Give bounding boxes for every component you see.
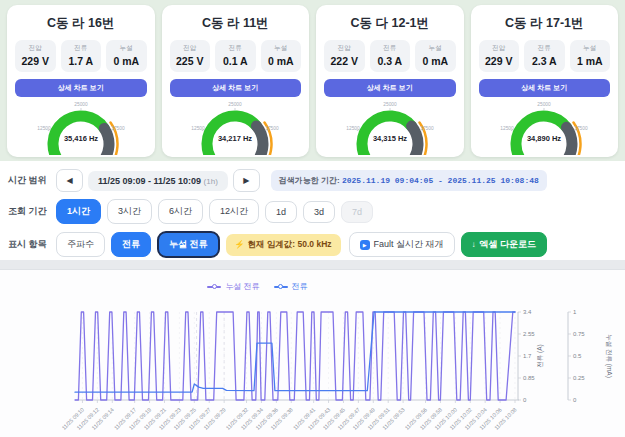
monitoring-dashboard: C동 라 16번 전압229 V전류1.7 A누설0 mA 상세 차트 보기 0… — [0, 0, 625, 437]
stat-chip-label: 누설 — [262, 44, 301, 53]
stat-chip-value: 0.3 A — [371, 55, 410, 67]
svg-text:0.25: 0.25 — [573, 375, 585, 381]
stat-chip: 전압229 V — [479, 40, 520, 72]
prev-range-button[interactable]: ◀ — [56, 169, 83, 192]
device-card: C동 라 17-1번 전압229 V전류2.3 A누설1 mA 상세 차트 보기… — [471, 5, 619, 157]
stat-chips: 전압229 V전류1.7 A누설0 mA — [15, 40, 147, 72]
period-option-7d: 7d — [341, 201, 373, 223]
stat-chip-value: 0 mA — [107, 55, 146, 67]
svg-text:0.85: 0.85 — [523, 375, 535, 381]
stat-chip: 전압222 V — [324, 40, 365, 72]
legend-item[interactable]: 누설 전류 — [207, 281, 259, 292]
display-label: 표시 항목 — [8, 238, 56, 251]
stat-chip: 누설0 mA — [261, 40, 302, 72]
fault-resume-label: Fault 실시간 재개 — [374, 238, 444, 251]
stat-chip: 전압229 V — [15, 40, 56, 72]
stat-chip: 전류0.1 A — [215, 40, 256, 72]
display-option-전류[interactable]: 전류 — [111, 232, 151, 257]
range-text: 11/25 09:09 - 11/25 10:09 — [98, 176, 201, 186]
stat-chip-value: 1.7 A — [62, 55, 101, 67]
stat-chip-label: 전류 — [62, 44, 101, 53]
stat-chip: 누설0 mA — [106, 40, 147, 72]
period-option-3d[interactable]: 3d — [303, 201, 335, 223]
detail-chart-button[interactable]: 상세 차트 보기 — [170, 79, 302, 97]
svg-text:34,315 Hz: 34,315 Hz — [373, 134, 407, 143]
stat-chip-value: 0 mA — [416, 55, 455, 67]
stat-chip-value: 229 V — [480, 55, 519, 67]
legend-marker-icon — [274, 284, 288, 290]
stat-chip-label: 전류 — [371, 44, 410, 53]
stat-chip: 전류2.3 A — [524, 40, 565, 72]
device-cards-strip: C동 라 16번 전압229 V전류1.7 A누설0 mA 상세 차트 보기 0… — [0, 0, 625, 161]
svg-text:0.75: 0.75 — [573, 331, 585, 337]
legend-marker-icon — [207, 284, 221, 290]
stat-chip: 누설1 mA — [570, 40, 611, 72]
stat-chip-label: 전압 — [325, 44, 364, 53]
range-duration: (1h) — [204, 177, 218, 186]
period-option-6시간[interactable]: 6시간 — [158, 199, 203, 224]
stat-chip-value: 222 V — [325, 55, 364, 67]
svg-text:0: 0 — [523, 397, 527, 403]
legend-item[interactable]: 전류 — [274, 281, 308, 292]
stat-chips: 전압229 V전류2.3 A누설1 mA — [479, 40, 611, 72]
period-option-3시간[interactable]: 3시간 — [107, 199, 152, 224]
line-chart[interactable]: 11/25 09:1011/25 09:1211/25 09:1411/25 0… — [0, 294, 625, 437]
stat-chip-label: 전압 — [171, 44, 210, 53]
time-range-row: 시간 범위 ◀ 11/25 09:09 - 11/25 10:09 (1h) ▶… — [8, 169, 617, 192]
display-row: 표시 항목 주파수전류누설 전류 ⚡ 현재 임계값: 50.0 kHz ▶ Fa… — [8, 231, 617, 258]
excel-download-label: 엑셀 다운로드 — [480, 238, 537, 251]
device-card: C동 다 12-1번 전압222 V전류0.3 A누설0 mA 상세 차트 보기… — [316, 5, 464, 157]
section-divider — [0, 260, 625, 270]
detail-chart-button[interactable]: 상세 차트 보기 — [479, 79, 611, 97]
frequency-gauge: 01250025000375005000034,217 Hz — [168, 98, 302, 155]
legend-label: 전류 — [292, 281, 308, 292]
stat-chip-label: 누설 — [571, 44, 610, 53]
device-card-title: C동 라 11번 — [202, 15, 269, 32]
frequency-gauge: 01250025000375005000034,315 Hz — [323, 98, 457, 155]
stat-chip-label: 전류 — [216, 44, 255, 53]
svg-text:25000: 25000 — [74, 102, 88, 107]
svg-text:1: 1 — [573, 309, 577, 315]
svg-text:35,416 Hz: 35,416 Hz — [64, 134, 98, 143]
stat-chip-value: 2.3 A — [525, 55, 564, 67]
fault-resume-button[interactable]: ▶ Fault 실시간 재개 — [349, 232, 455, 257]
device-card-title: C동 라 17-1번 — [505, 15, 584, 32]
svg-text:0: 0 — [573, 397, 577, 403]
available-range-badge: 검색가능한 기간: 2025.11.19 09:04:05 - 2025.11.… — [271, 170, 547, 191]
period-option-1d[interactable]: 1d — [265, 201, 297, 223]
svg-text:25000: 25000 — [538, 102, 552, 107]
excel-download-button[interactable]: ↓ 엑셀 다운로드 — [461, 232, 548, 257]
display-button-group: 주파수전류누설 전류 — [56, 231, 226, 258]
device-card-title: C동 다 12-1번 — [351, 15, 430, 32]
svg-text:34,217 Hz: 34,217 Hz — [218, 134, 252, 143]
stat-chips: 전압225 V전류0.1 A누설0 mA — [170, 40, 302, 72]
next-range-button[interactable]: ▶ — [233, 169, 260, 192]
stat-chip: 전압225 V — [170, 40, 211, 72]
stat-chip-label: 누설 — [107, 44, 146, 53]
stat-chip-value: 0 mA — [262, 55, 301, 67]
svg-text:25000: 25000 — [383, 102, 397, 107]
period-option-12시간[interactable]: 12시간 — [209, 199, 259, 224]
display-option-누설 전류[interactable]: 누설 전류 — [157, 231, 220, 258]
period-option-1시간[interactable]: 1시간 — [56, 199, 101, 224]
display-option-주파수[interactable]: 주파수 — [56, 232, 105, 257]
stat-chip-value: 229 V — [16, 55, 55, 67]
detail-chart-button[interactable]: 상세 차트 보기 — [15, 79, 147, 97]
svg-text:34,890 Hz: 34,890 Hz — [527, 134, 561, 143]
detail-chart-button[interactable]: 상세 차트 보기 — [324, 79, 456, 97]
stat-chip-value: 225 V — [171, 55, 210, 67]
threshold-text: 현재 임계값: 50.0 kHz — [248, 239, 332, 251]
available-range-value: 2025.11.19 09:04:05 - 2025.11.25 10:08:4… — [342, 176, 539, 185]
current-range-value: 11/25 09:09 - 11/25 10:09 (1h) — [88, 171, 228, 191]
device-card-title: C동 라 16번 — [47, 15, 114, 32]
period-label: 조회 기간 — [8, 205, 56, 218]
svg-text:2.55: 2.55 — [523, 331, 535, 337]
svg-text:1.7: 1.7 — [523, 353, 532, 359]
stat-chip-label: 전류 — [525, 44, 564, 53]
available-range-label: 검색가능한 기간: — [279, 176, 340, 185]
svg-text:25000: 25000 — [229, 102, 243, 107]
frequency-gauge: 01250025000375005000035,416 Hz — [14, 98, 148, 155]
stat-chip: 누설0 mA — [415, 40, 456, 72]
trend-chart-panel: 누설 전류전류 11/25 09:1011/25 09:1211/25 09:1… — [0, 270, 625, 437]
chart-legend: 누설 전류전류 — [0, 281, 515, 292]
